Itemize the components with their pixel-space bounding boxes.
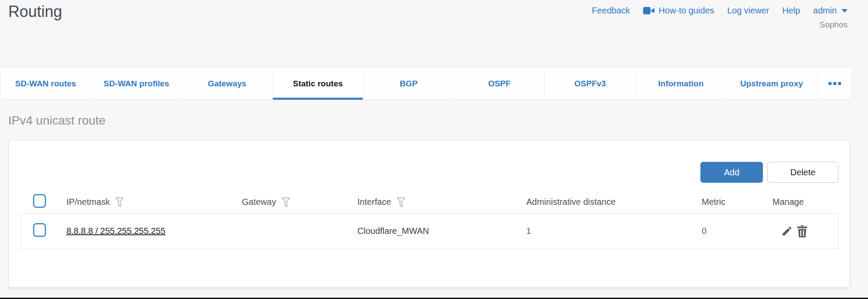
chevron-down-icon — [842, 9, 848, 13]
video-camera-icon — [643, 7, 655, 15]
tab-ospfv3[interactable]: OSPFv3 — [545, 68, 636, 99]
help-link[interactable]: Help — [782, 6, 800, 16]
utility-nav: Feedback How-to guides Log viewer Help a… — [592, 6, 848, 16]
ip-netmask-link[interactable]: 8.8.8.8 / 255.255.255.255 — [66, 226, 165, 236]
feedback-link[interactable]: Feedback — [592, 6, 630, 16]
tab-more-overflow[interactable] — [817, 68, 852, 99]
tab-bar: SD-WAN routes SD-WAN profiles Gateways S… — [0, 67, 852, 100]
interface-cell: Cloudflare_MWAN — [357, 226, 526, 236]
column-header-ip-netmask: IP/netmask — [66, 195, 242, 209]
tab-ospf[interactable]: OSPF — [454, 68, 545, 99]
log-viewer-link[interactable]: Log viewer — [727, 6, 769, 16]
column-header-interface: Interface — [357, 195, 526, 209]
brand-label: Sophos — [820, 20, 848, 30]
table-row: 8.8.8.8 / 255.255.255.255 Cloudflare_MWA… — [21, 213, 838, 249]
column-header-gateway: Gateway — [242, 195, 357, 209]
funnel-icon[interactable] — [281, 197, 290, 209]
column-header-metric: Metric — [702, 197, 772, 207]
add-button[interactable]: Add — [700, 162, 763, 183]
trash-icon[interactable] — [797, 225, 808, 237]
tab-static-routes[interactable]: Static routes — [273, 68, 363, 99]
tab-upstream-proxy[interactable]: Upstream proxy — [726, 68, 817, 99]
tab-sdwan-profiles[interactable]: SD-WAN profiles — [91, 68, 182, 99]
admin-menu[interactable]: admin — [813, 6, 848, 16]
metric-cell: 0 — [702, 226, 772, 236]
tab-information[interactable]: Information — [636, 68, 726, 99]
funnel-icon[interactable] — [396, 197, 406, 209]
page-title: Routing — [8, 3, 62, 21]
howto-guides-link[interactable]: How-to guides — [643, 6, 714, 16]
administrative-distance-cell: 1 — [526, 226, 702, 236]
routes-card: Add Delete IP/netmask Gateway — [8, 140, 850, 288]
ellipsis-icon — [828, 82, 841, 85]
table-header: IP/netmask Gateway Interface — [33, 192, 841, 211]
column-header-administrative-distance: Administrative distance — [526, 197, 702, 207]
pencil-icon[interactable] — [781, 225, 793, 237]
table-actions: Add Delete — [700, 162, 838, 183]
section-title: IPv4 unicast route — [8, 114, 106, 128]
column-header-manage: Manage — [772, 197, 833, 207]
routing-page: Routing Feedback How-to guides Log viewe… — [0, 0, 868, 299]
manage-cell — [772, 225, 833, 237]
tab-sdwan-routes[interactable]: SD-WAN routes — [0, 68, 91, 99]
funnel-icon[interactable] — [115, 197, 124, 209]
select-all-checkbox[interactable] — [33, 194, 46, 208]
row-checkbox[interactable] — [33, 223, 46, 237]
tab-bgp[interactable]: BGP — [363, 68, 454, 99]
tab-gateways[interactable]: Gateways — [182, 68, 273, 99]
delete-button[interactable]: Delete — [767, 162, 838, 183]
